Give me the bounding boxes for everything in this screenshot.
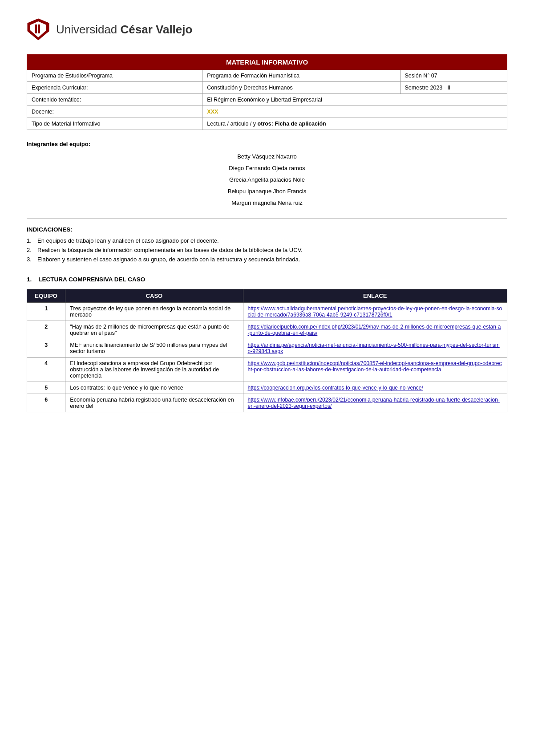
row-col2: Constitución y Derechos Humanos xyxy=(202,82,400,94)
table-row: 4El Indecopi sanciona a empresa del Grup… xyxy=(27,358,507,382)
ucv-logo-icon xyxy=(27,18,50,41)
team-label: Integrantes del equipo: xyxy=(27,141,507,147)
case-link-cell: https://www.gob.pe/institucion/indecopi/… xyxy=(243,358,507,382)
section1-title: 1. LECTURA COMPRENSIVA DEL CASO xyxy=(27,276,507,283)
university-name: Universidad César Vallejo xyxy=(56,23,192,37)
case-equipo: 2 xyxy=(27,321,65,339)
case-equipo: 5 xyxy=(27,382,65,394)
section-divider xyxy=(27,219,507,219)
case-equipo: 4 xyxy=(27,358,65,382)
case-description: "Hay más de 2 millones de microempresas … xyxy=(65,321,243,339)
svg-rect-3 xyxy=(38,24,40,33)
row-label: Experiencia Curricular: xyxy=(27,82,202,94)
university-logo: Universidad César Vallejo xyxy=(27,18,192,41)
list-item: 1. En equipos de trabajo lean y analicen… xyxy=(27,237,507,244)
case-link-cell: https://cooperaccion.org.pe/los-contrato… xyxy=(243,382,507,394)
row-col2: Programa de Formación Humanística xyxy=(202,70,400,82)
case-equipo: 1 xyxy=(27,303,65,321)
list-item: 3. Elaboren y sustenten el caso asignado… xyxy=(27,256,507,263)
team-member: Belupu Ipanaque Jhon Francis xyxy=(27,186,507,197)
case-link-cell: https://www.actualidadgubernamental.pe/n… xyxy=(243,303,507,321)
cases-table: EQUIPO CASO ENLACE 1Tres proyectos de le… xyxy=(27,289,507,412)
cases-table-header-enlace: ENLACE xyxy=(243,289,507,303)
table-row: Tipo de Material Informativo Lectura / a… xyxy=(27,118,507,130)
info-table: MATERIAL INFORMATIVO Programa de Estudio… xyxy=(27,54,507,130)
team-member: Grecia Angelita palacios Nole xyxy=(27,174,507,186)
indicaciones-title: INDICACIONES: xyxy=(27,226,507,233)
case-link-cell: https://andina.pe/agencia/noticia-mef-an… xyxy=(243,339,507,358)
case-equipo: 6 xyxy=(27,394,65,412)
case-link-cell: https://diarioelpueblo.com.pe/index.php/… xyxy=(243,321,507,339)
team-member: Diego Fernando Ojeda ramos xyxy=(27,163,507,174)
page-header: Universidad César Vallejo xyxy=(27,18,507,41)
case-link[interactable]: https://www.gob.pe/institucion/indecopi/… xyxy=(248,360,502,373)
list-item: 2. Realicen la búsqueda de información c… xyxy=(27,247,507,253)
indicaciones-list: 1. En equipos de trabajo lean y analicen… xyxy=(27,237,507,263)
case-equipo: 3 xyxy=(27,339,65,358)
docente-value: XXX xyxy=(207,109,218,115)
table-row: 1Tres proyectos de ley que ponen en ries… xyxy=(27,303,507,321)
table-row: Contenido temático: El Régimen Económico… xyxy=(27,94,507,106)
case-description: Los contratos: lo que vence y lo que no … xyxy=(65,382,243,394)
indicaciones-section: INDICACIONES: 1. En equipos de trabajo l… xyxy=(27,226,507,263)
table-row: Experiencia Curricular: Constitución y D… xyxy=(27,82,507,94)
row-label: Tipo de Material Informativo xyxy=(27,118,202,130)
svg-rect-2 xyxy=(35,24,37,33)
row-col2-docente: XXX xyxy=(202,106,507,118)
row-label: Contenido temático: xyxy=(27,94,202,106)
row-col2-tipo: Lectura / artículo / y otros: Ficha de a… xyxy=(202,118,507,130)
table-row: 3MEF anuncia financiamiento de S/ 500 mi… xyxy=(27,339,507,358)
case-link[interactable]: https://cooperaccion.org.pe/los-contrato… xyxy=(248,385,423,391)
case-description: Tres proyectos de ley que ponen en riesg… xyxy=(65,303,243,321)
team-member: Betty Vásquez Navarro xyxy=(27,151,507,163)
row-label: Programa de Estudios/Programa xyxy=(27,70,202,82)
team-section: Integrantes del equipo: Betty Vásquez Na… xyxy=(27,141,507,209)
row-col3: Semestre 2023 - II xyxy=(400,82,507,94)
table-row: 5Los contratos: lo que vence y lo que no… xyxy=(27,382,507,394)
table-row: Programa de Estudios/Programa Programa d… xyxy=(27,70,507,82)
case-link[interactable]: https://www.actualidadgubernamental.pe/n… xyxy=(248,305,502,318)
case-link[interactable]: https://diarioelpueblo.com.pe/index.php/… xyxy=(248,324,501,336)
case-description: El Indecopi sanciona a empresa del Grupo… xyxy=(65,358,243,382)
cases-table-header-equipo: EQUIPO xyxy=(27,289,65,303)
team-member: Marguri magnolia Neira ruiz xyxy=(27,197,507,209)
table-row: 2"Hay más de 2 millones de microempresas… xyxy=(27,321,507,339)
case-description: MEF anuncia financiamiento de S/ 500 mil… xyxy=(65,339,243,358)
row-col2: El Régimen Económico y Libertad Empresar… xyxy=(202,94,507,106)
cases-table-header-caso: CASO xyxy=(65,289,243,303)
row-label: Docente: xyxy=(27,106,202,118)
info-table-title: MATERIAL INFORMATIVO xyxy=(27,55,507,70)
row-col3: Sesión N° 07 xyxy=(400,70,507,82)
table-row: Docente: XXX xyxy=(27,106,507,118)
case-link[interactable]: https://www.infobae.com/peru/2023/02/21/… xyxy=(248,397,500,409)
case-link-cell: https://www.infobae.com/peru/2023/02/21/… xyxy=(243,394,507,412)
team-members-list: Betty Vásquez Navarro Diego Fernando Oje… xyxy=(27,151,507,209)
table-row: 6Economía peruana habría registrado una … xyxy=(27,394,507,412)
case-description: Economía peruana habría registrado una f… xyxy=(65,394,243,412)
case-link[interactable]: https://andina.pe/agencia/noticia-mef-an… xyxy=(248,342,500,354)
